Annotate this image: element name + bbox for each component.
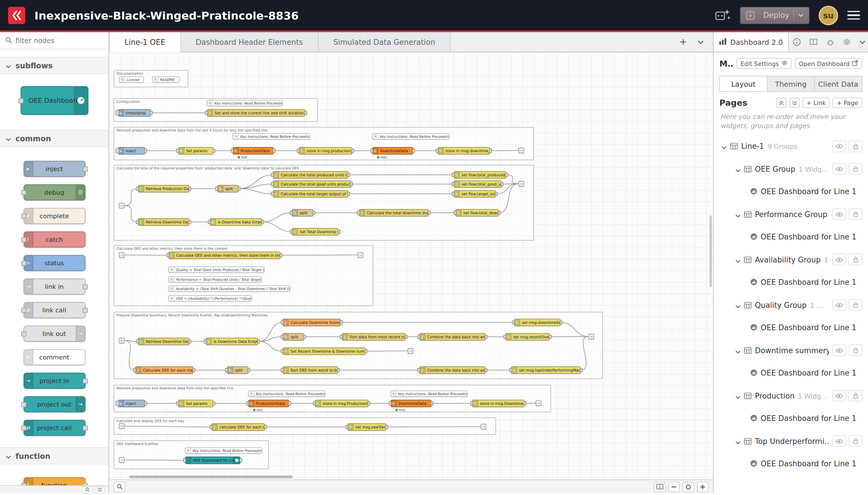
lock-toggle-button[interactable] — [849, 209, 862, 220]
tree-group-row[interactable]: Production1 Widgets — [717, 385, 865, 407]
deploy-options-caret[interactable] — [794, 7, 808, 23]
visibility-toggle-button[interactable] — [832, 345, 846, 356]
node-comment[interactable]: ✎Key Instructions: Read Before Proceedin… — [207, 100, 283, 106]
node-linkout[interactable]: → — [536, 400, 541, 406]
tab-line-1-oee[interactable]: Line-1 OEE — [109, 32, 181, 52]
node-comment[interactable]: ✎Key Instructions: Read Before Proceedin… — [232, 133, 310, 139]
flow-group[interactable]: Calculate and display OEE for each day. — [114, 417, 496, 435]
lock-toggle-button[interactable] — [849, 436, 862, 447]
tree-group-row[interactable]: Downtime summery1 Widgets — [717, 339, 865, 362]
flow-canvas[interactable]: DocumentationConfigurationRetrieve produ… — [109, 52, 713, 479]
chevron-down-icon[interactable] — [735, 254, 741, 265]
node-function[interactable]: ƒCombine the data back into an array. — [419, 366, 486, 374]
node-function[interactable]: ƒSort data from most recent to oldest — [342, 333, 406, 341]
lock-toggle-button[interactable] — [849, 345, 862, 356]
node-function[interactable]: ƒRetrieve Downtime Data — [138, 338, 189, 345]
node-inject[interactable]: ▸inject — [118, 147, 145, 154]
canvas-search-button[interactable] — [114, 481, 125, 492]
node-funcorange[interactable]: ƒCalculate Downtime Summary — [282, 319, 341, 326]
node-linkin[interactable]: → — [119, 423, 125, 429]
node-linkin[interactable]: → — [119, 457, 125, 463]
tab-help-book[interactable] — [805, 32, 822, 52]
tree-widget-row[interactable]: OEE Dashboard for Line 1 — [717, 226, 865, 249]
zoom-out-button[interactable] — [668, 481, 680, 492]
node-switch[interactable]: ≶Is Downtime Data Empty? — [206, 338, 258, 345]
lock-toggle-button[interactable] — [849, 164, 862, 175]
node-change[interactable]: ✎store in msg.downtime_data — [437, 147, 490, 154]
node-linkout[interactable]: → — [407, 348, 413, 354]
inject-button[interactable] — [116, 110, 119, 116]
palette-node-link-out[interactable]: →link out — [23, 326, 85, 342]
node-function[interactable]: ƒCalculate the total good units produced… — [273, 180, 351, 188]
node-query[interactable]: ☰DowntimeData — [372, 147, 413, 154]
node-function[interactable]: ƒCalculate the total downtime duration — [359, 209, 429, 217]
tab-client-data[interactable]: Client Data — [814, 76, 862, 91]
palette-node-function[interactable]: ƒfunction — [23, 477, 85, 485]
assistant-icon[interactable] — [715, 8, 731, 22]
visibility-toggle-button[interactable] — [832, 164, 846, 175]
palette-expand-all-button[interactable] — [95, 486, 105, 493]
node-split[interactable]: ⇅split — [227, 366, 248, 374]
zoom-in-button[interactable] — [697, 481, 708, 492]
tab-theming[interactable]: Theming — [767, 76, 814, 91]
lock-toggle-button[interactable] — [849, 254, 862, 266]
visibility-toggle-button[interactable] — [832, 141, 846, 152]
node-change[interactable]: ✎Set params — [178, 400, 213, 407]
node-switch[interactable]: ≶Is Downtime Data Empty? — [210, 218, 262, 226]
palette-category-header[interactable]: common — [0, 130, 108, 147]
palette-collapse-all-button[interactable] — [82, 486, 92, 493]
palette-category-header[interactable]: subflows — [0, 57, 108, 74]
node-function[interactable]: ƒRetrieve Production Data — [138, 185, 189, 192]
canvas-vertical-scrollbar[interactable] — [710, 215, 712, 287]
palette-search-input[interactable] — [16, 36, 90, 45]
canvas-horizontal-scrollbar[interactable] — [129, 476, 293, 478]
node-function[interactable]: ƒSet and store the current line and shif… — [207, 109, 306, 117]
node-comment[interactable]: ✎Key Instructions: Read Before Proceedin… — [248, 391, 326, 397]
add-page-button[interactable]: + Page — [833, 98, 862, 108]
inject-button[interactable] — [116, 401, 119, 406]
node-linkout[interactable]: → — [518, 148, 524, 153]
palette-node-inject[interactable]: ▸inject — [23, 161, 85, 177]
tab-dashboard-header-elements[interactable]: Dashboard Header Elements — [181, 32, 318, 52]
chevron-down-icon[interactable] — [735, 391, 741, 402]
palette-node-project-in[interactable]: →project in — [23, 373, 85, 389]
deploy-button[interactable]: Deploy — [740, 6, 810, 24]
node-comment[interactable]: ✎README — [152, 76, 180, 83]
node-change[interactable]: ✎set msg.downtimeSummary — [514, 319, 561, 326]
palette-search[interactable] — [0, 32, 108, 49]
node-linkout[interactable]: → — [518, 181, 524, 187]
collapse-all-button[interactable] — [776, 98, 786, 108]
node-inject[interactable]: ▸inject — [118, 400, 145, 407]
palette-node-comment[interactable]: ✎comment — [23, 349, 85, 365]
node-change[interactable]: ✎set msg.oeeTrend — [347, 423, 386, 431]
node-linkin[interactable]: → — [119, 252, 125, 258]
node-linkin[interactable]: → — [119, 203, 125, 208]
chevron-down-icon[interactable] — [735, 209, 741, 220]
palette-node-catch[interactable]: !catch — [23, 232, 85, 248]
lock-toggle-button[interactable] — [849, 390, 862, 402]
tree-widget-row[interactable]: OEE Dashboard for Line 1 — [717, 180, 865, 203]
palette-node-status[interactable]: ∿status — [23, 255, 85, 271]
user-avatar[interactable]: su — [819, 5, 838, 25]
tree-page-row[interactable]: Line-19 Groups — [717, 135, 865, 158]
node-comment[interactable]: ✎Key Instructions: Read Before Proceedin… — [390, 391, 468, 397]
chevron-down-icon[interactable] — [735, 345, 741, 356]
palette-node-OEE-Dashboard[interactable]: OEE Dashboard — [20, 86, 88, 115]
tree-widget-row[interactable]: OEE Dashboard for Line 1 — [717, 271, 865, 294]
node-comment[interactable]: ✎OEE = (Availability) * (Performance) * … — [168, 295, 252, 302]
node-function[interactable]: ƒCalculate the total produced units toda… — [273, 171, 348, 178]
open-dashboard-button[interactable]: Open Dashboard — [795, 58, 862, 69]
node-change[interactable]: ✎set msg.recentDowntime — [505, 333, 550, 341]
tab-layout[interactable]: Layout — [720, 76, 767, 91]
node-comment[interactable]: ✎Availability = (Total Shift Duration - … — [168, 285, 291, 292]
lock-toggle-button[interactable] — [849, 141, 862, 152]
chevron-down-icon[interactable] — [735, 164, 741, 174]
node-change[interactable]: ✎set flow.target_output — [453, 190, 496, 198]
node-linkout[interactable]: → — [588, 334, 594, 339]
visibility-toggle-button[interactable] — [832, 436, 846, 447]
flow-group[interactable]: Retrieve production and downtime data fr… — [114, 385, 551, 412]
node-query[interactable]: ☰DowntimeData — [390, 400, 432, 407]
node-change[interactable]: ✎set flow.total_produced_units — [453, 171, 506, 178]
node-change[interactable]: ✎store in msg.ProductionData — [315, 400, 368, 407]
node-function[interactable]: ƒRetrieve Downtime Data — [138, 218, 189, 226]
